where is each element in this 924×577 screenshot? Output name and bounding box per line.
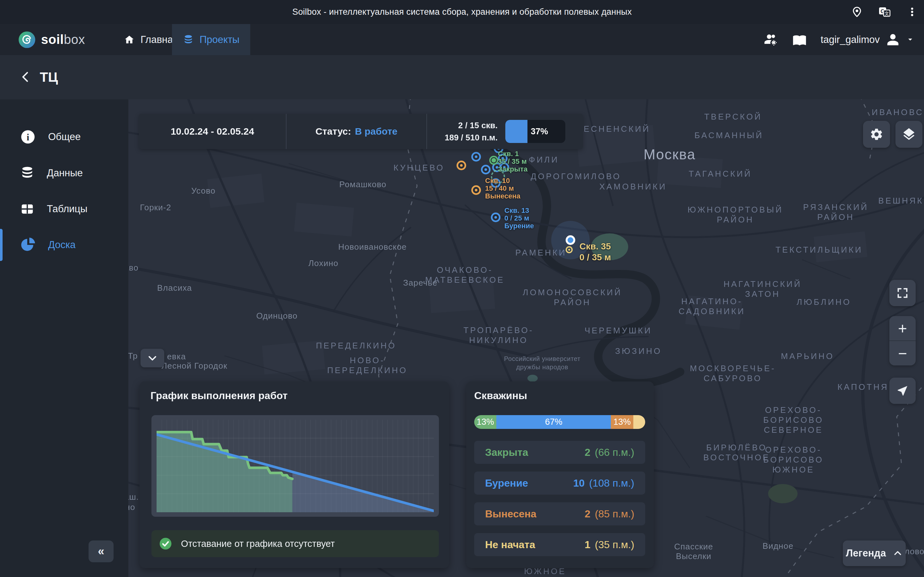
status-value: В работе bbox=[355, 126, 397, 137]
sidebar: i Общее Данные Таблицы Доска bbox=[0, 99, 128, 577]
well-status-row: Вынесена 2(85 п.м.) bbox=[474, 502, 645, 525]
well-callout: Скв. 13 0 / 25 м Бурение bbox=[504, 207, 534, 230]
check-icon bbox=[158, 537, 173, 551]
home-icon bbox=[124, 34, 135, 45]
row-label: Закрыта bbox=[485, 446, 528, 458]
collapse-status-card-button[interactable] bbox=[141, 349, 164, 367]
chart-plot bbox=[157, 420, 434, 512]
layers-icon bbox=[901, 127, 916, 142]
pie-chart-icon bbox=[20, 237, 36, 253]
database-icon bbox=[20, 166, 35, 181]
well-status-row: Закрыта 2(66 п.м.) bbox=[474, 441, 645, 464]
zoom-controls: + − bbox=[889, 316, 916, 366]
bar-segment: 13% bbox=[611, 415, 633, 429]
schedule-chart bbox=[152, 415, 439, 517]
active-indicator bbox=[0, 229, 3, 261]
row-meters: (85 п.м.) bbox=[595, 508, 634, 520]
well-callout: Скв. 1 35 / 35 м Закрыта bbox=[498, 150, 527, 173]
sidebar-item-tables[interactable]: Таблицы bbox=[0, 193, 128, 225]
users-settings-icon[interactable] bbox=[764, 32, 779, 47]
sidebar-item-data[interactable]: Данные bbox=[0, 157, 128, 189]
collapse-sidebar-icon: « bbox=[98, 545, 104, 558]
app-title: Soilbox - интеллектуальная система сбора… bbox=[0, 0, 924, 24]
user-avatar-icon bbox=[885, 32, 900, 47]
progress-bar: 37% bbox=[505, 120, 565, 143]
sidebar-item-label: Доска bbox=[48, 239, 76, 251]
progress-field: 2 / 15 скв. 189 / 510 п.м. 37% bbox=[427, 114, 583, 149]
counts: 2 / 15 скв. 189 / 510 п.м. bbox=[445, 119, 498, 143]
map-layers-button[interactable] bbox=[895, 121, 922, 148]
row-meters: (108 п.м.) bbox=[589, 477, 634, 489]
meters-count: 189 / 510 п.м. bbox=[445, 131, 498, 143]
chevron-down-icon bbox=[147, 353, 158, 364]
wells-panel: Скважины 13%67%13% Закрыта 2(66 п.м.) Бу… bbox=[466, 382, 654, 568]
row-label: Вынесена bbox=[485, 508, 536, 520]
back-button[interactable] bbox=[15, 67, 36, 87]
row-meters: (35 п.м.) bbox=[595, 539, 634, 550]
locate-icon bbox=[896, 384, 909, 397]
sidebar-item-label: Таблицы bbox=[47, 203, 87, 215]
nav-bar: soilbox Главная Проекты bbox=[0, 24, 924, 55]
svg-text:文: 文 bbox=[885, 11, 889, 16]
well-callout: Скв. 10 15 / 40 м Вынесена bbox=[485, 177, 520, 200]
wells-distribution-bar: 13%67%13% bbox=[474, 415, 645, 429]
progress-fill bbox=[505, 120, 527, 143]
row-count: 1 bbox=[585, 539, 590, 550]
legend-button[interactable]: Легенда bbox=[843, 540, 906, 566]
bar-segment: 13% bbox=[474, 415, 496, 429]
sidebar-item-label: Данные bbox=[47, 167, 83, 179]
well-status-row: Бурение 10(108 п.м.) bbox=[474, 472, 645, 495]
soilbox-logo-icon bbox=[18, 31, 36, 49]
user-menu[interactable]: tagir_galimov bbox=[821, 32, 914, 47]
chevron-up-icon bbox=[893, 548, 903, 558]
project-status-card: 10.02.24 - 02.05.24 Статус: В работе 2 /… bbox=[139, 114, 583, 149]
username-label: tagir_galimov bbox=[821, 34, 880, 45]
panel-title: Скважины bbox=[474, 390, 527, 402]
sidebar-item-label: Общее bbox=[48, 131, 81, 143]
top-bar: Soilbox - интеллектуальная система сбора… bbox=[0, 0, 924, 24]
progress-percent: 37% bbox=[531, 120, 548, 143]
sidebar-item-general[interactable]: i Общее bbox=[0, 121, 128, 153]
date-range: 10.02.24 - 02.05.24 bbox=[139, 114, 286, 149]
row-label: Не начата bbox=[485, 539, 535, 551]
well-status-row: Не начата 1(35 п.м.) bbox=[474, 533, 645, 556]
panel-title: График выполнения работ bbox=[150, 390, 288, 402]
kebab-menu-icon[interactable] bbox=[905, 5, 919, 19]
collapse-sidebar-button[interactable]: « bbox=[89, 540, 113, 562]
row-count: 2 bbox=[585, 508, 590, 520]
nav-item-projects[interactable]: Проекты bbox=[172, 24, 250, 55]
fullscreen-button[interactable] bbox=[889, 280, 916, 306]
page-header: ТЦ Импорт из файла Экспорт данных bbox=[0, 55, 924, 99]
row-count: 10 bbox=[573, 477, 585, 489]
locate-button[interactable] bbox=[889, 378, 916, 404]
location-pin-icon[interactable] bbox=[850, 5, 864, 19]
translate-icon[interactable]: G 文 bbox=[877, 5, 892, 19]
database-icon bbox=[183, 34, 194, 45]
soilbox-logo[interactable]: soilbox bbox=[18, 24, 85, 55]
legend-label: Легенда bbox=[846, 548, 886, 559]
wells-count: 2 / 15 скв. bbox=[445, 119, 498, 131]
nav-item-label: Проекты bbox=[200, 34, 239, 45]
row-count: 2 bbox=[585, 446, 590, 458]
book-icon[interactable] bbox=[792, 33, 806, 47]
fullscreen-icon bbox=[896, 287, 909, 300]
sidebar-item-board[interactable]: Доска bbox=[0, 229, 128, 261]
brand-light: box bbox=[64, 32, 85, 47]
brand-bold: soil bbox=[41, 32, 64, 47]
schedule-status-text: Отставание от графика отсутствует bbox=[181, 538, 335, 549]
schedule-status: Отставание от графика отсутствует bbox=[152, 530, 439, 557]
svg-text:i: i bbox=[27, 132, 29, 142]
work-schedule-panel: График выполнения работ Отставание от гр… bbox=[140, 382, 449, 568]
row-meters: (66 п.м.) bbox=[595, 446, 634, 458]
bar-segment bbox=[633, 415, 645, 429]
row-label: Бурение bbox=[485, 477, 528, 489]
map-settings-button[interactable] bbox=[863, 121, 890, 148]
status-field: Статус: В работе bbox=[286, 114, 426, 149]
chevron-down-icon bbox=[906, 35, 914, 44]
zoom-out-button[interactable]: − bbox=[889, 341, 916, 366]
zoom-in-button[interactable]: + bbox=[889, 316, 916, 340]
status-label: Статус: bbox=[315, 126, 351, 137]
page-title: ТЦ bbox=[40, 55, 58, 99]
table-icon bbox=[20, 201, 35, 216]
info-icon: i bbox=[20, 129, 36, 145]
